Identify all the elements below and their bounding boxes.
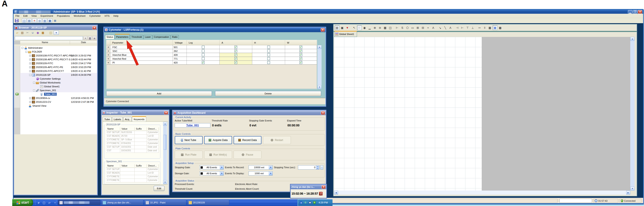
browser-col-name[interactable]: Name <box>20 41 70 44</box>
gate-rect-icon[interactable]: ▭ <box>410 25 415 30</box>
pdf-icon[interactable]: ▼ <box>345 25 350 30</box>
scroll-up-icon[interactable]: ▲ <box>318 45 322 49</box>
quicklaunch-desktop-icon[interactable]: ▢ <box>42 200 46 205</box>
menu-view[interactable]: View <box>30 14 39 17</box>
stats-icon[interactable]: ▦ <box>383 25 388 30</box>
menu-hts[interactable]: HTS <box>102 14 112 17</box>
tree-item-cytometer-settings[interactable]: Cytometer Settings <box>14 77 97 81</box>
h-checkbox[interactable] <box>267 46 270 48</box>
scroll-down-icon[interactable]: ▼ <box>318 85 322 89</box>
scroll-down-icon[interactable]: ▼ <box>630 187 634 190</box>
stopping-time-spinner[interactable]: 0▲▼ <box>298 165 320 170</box>
menu-cytometer[interactable]: Cytometer <box>87 14 102 17</box>
collapse-icon[interactable]: - <box>33 82 35 84</box>
edit-button[interactable]: Edit <box>154 186 164 191</box>
tree-item-20191118-sp[interactable]: -20191118-SP1/9/20 4:24:00 PM <box>14 73 97 77</box>
expand-icon[interactable]: + <box>29 58 31 60</box>
cytometer-close-icon[interactable]: ✕ <box>321 28 325 32</box>
tree-item-20161223-cv[interactable]: +20161223-CV12/23/19 2:47:38 PM <box>14 100 97 104</box>
tab-keywords[interactable]: Keywords <box>132 116 146 122</box>
quicklaunch-folder-icon[interactable]: ▱ <box>47 200 52 205</box>
w-checkbox[interactable]: ✓ <box>300 50 302 52</box>
zoom-out-icon[interactable]: ⊖ <box>378 25 382 30</box>
log-checkbox[interactable] <box>202 54 204 56</box>
arrow-icon[interactable]: ↘ <box>438 25 442 30</box>
tree-item-global-worksheets[interactable]: -Global Worksheets <box>14 81 97 84</box>
gate-cross-icon[interactable]: + <box>426 25 430 30</box>
maximize-button[interactable]: ❐ <box>633 10 637 14</box>
tab-threshold[interactable]: Threshold <box>130 35 143 39</box>
inspector-icon[interactable]: ◎ <box>37 18 42 23</box>
events-to-record-combo[interactable]: 10000 evt▼ <box>248 165 273 170</box>
menu-experiment[interactable]: Experiment <box>39 14 55 17</box>
menu-worksheet[interactable]: Worksheet <box>72 14 87 17</box>
storage-gate-combo[interactable]: All Events▼ <box>200 171 224 176</box>
tab-parameters[interactable]: Parameters <box>115 34 130 39</box>
quicklaunch-ie-icon[interactable]: ℯ <box>36 200 41 205</box>
scroll-down-icon[interactable]: ▼ <box>163 180 167 184</box>
log-checkbox[interactable] <box>202 46 204 48</box>
chevron-down-icon[interactable]: ▾ <box>54 31 59 35</box>
gate-poly-icon[interactable]: ⬠ <box>405 25 410 30</box>
view-options-icon[interactable]: ▣ <box>92 36 96 40</box>
align-right-icon[interactable]: ⊢ <box>460 25 465 30</box>
worksheet-tab[interactable]: Global Sheet1 <box>334 31 357 37</box>
collapse-icon[interactable]: - <box>33 90 35 92</box>
w-checkbox[interactable]: ✓ <box>300 57 302 60</box>
acquire-data-button[interactable]: Acquire Data <box>204 136 232 144</box>
collapse-icon[interactable]: - <box>29 74 31 76</box>
scroll-right-icon[interactable]: ▶ <box>626 190 630 195</box>
inspector-close-icon[interactable]: ✕ <box>164 111 168 114</box>
log-checkbox[interactable]: ✓ <box>202 61 204 64</box>
size-v-icon[interactable]: ⇳ <box>482 25 487 30</box>
h-checkbox[interactable] <box>267 61 270 64</box>
quicklaunch-more-icon[interactable]: » <box>52 200 57 205</box>
tree-item-20200109-apc-fitc-pe[interactable]: +20200109-APC-FITC-PE1/9/20 3:53:29 PM <box>14 65 97 69</box>
scroll-up-icon[interactable]: ▲ <box>163 122 167 126</box>
gate-split-icon[interactable]: ⊟ <box>420 25 425 30</box>
tab-tube[interactable]: Tube <box>102 117 112 122</box>
expand-icon[interactable]: + <box>29 66 31 68</box>
w-checkbox[interactable]: ✓ <box>300 46 302 48</box>
histogram-icon[interactable]: ▁ <box>367 25 372 30</box>
menu-edit[interactable]: Edit <box>22 14 30 17</box>
expand-icon[interactable]: + <box>29 97 31 99</box>
size-h-icon[interactable]: ⇿ <box>477 25 482 30</box>
tree-item-global-sheet1[interactable]: Global Sheet1 <box>14 84 97 88</box>
tree-item-administrator[interactable]: -Administrator <box>14 46 97 50</box>
align-left-icon[interactable]: ⊣ <box>455 25 460 30</box>
minimize-button[interactable]: ▁ <box>628 10 632 14</box>
a-checkbox[interactable]: ✓ <box>234 57 237 60</box>
parameter-row-pi[interactable]: ◆PI420✓✓✓ <box>106 61 317 64</box>
tab-status[interactable]: Status <box>105 35 114 39</box>
h-checkbox[interactable] <box>267 54 270 56</box>
align-top-icon[interactable]: ⊤ <box>465 25 470 30</box>
tree-item-20200108-fitc-pecy7-apc-pe-[interactable]: +20200108-FITC-PECY7-APC-PE(1/8/20 3:29:… <box>14 54 97 58</box>
open-folder-icon[interactable]: ▱ <box>15 31 19 35</box>
clear-filter-icon[interactable]: ▇ <box>88 36 92 40</box>
menu-help[interactable]: Help <box>112 14 120 17</box>
specimen-new-icon[interactable]: ✂ <box>25 31 30 35</box>
menu-file[interactable]: File <box>14 14 22 17</box>
scroll-up-icon[interactable]: ▲ <box>630 37 634 41</box>
snapshot-icon[interactable]: ◫ <box>388 25 393 30</box>
h-checkbox[interactable] <box>267 50 270 52</box>
taskbar-item-10-jpg-paint[interactable]: 10.JPG - Paint <box>144 200 186 205</box>
timer-close-icon[interactable]: ✕ <box>322 185 326 189</box>
gate-auto-icon[interactable]: A <box>431 25 436 30</box>
record-data-button[interactable]: Record Data <box>234 136 262 144</box>
tray-shield-icon[interactable] <box>313 201 316 204</box>
tray-display-icon[interactable] <box>308 201 312 204</box>
tab-acq[interactable]: Acq. <box>123 117 132 122</box>
expand-icon[interactable]: + <box>29 70 31 72</box>
browser-col-date[interactable]: Date <box>70 41 97 44</box>
active-tube-input[interactable]: Tube_001 <box>175 123 210 128</box>
tray-back-icon[interactable]: ◂ <box>299 201 303 204</box>
dotplot-icon[interactable]: ∷ <box>357 25 362 30</box>
grid-big-icon[interactable]: ▩ <box>498 25 502 30</box>
a-checkbox[interactable]: ✓ <box>234 61 237 64</box>
dashboard-icon[interactable]: ▥ <box>42 18 47 23</box>
gate-snap-icon[interactable]: S <box>400 25 405 30</box>
cytometer-settings-icon[interactable]: ◉ <box>36 31 40 35</box>
tray-green-icon[interactable]: ♻ <box>304 201 307 204</box>
